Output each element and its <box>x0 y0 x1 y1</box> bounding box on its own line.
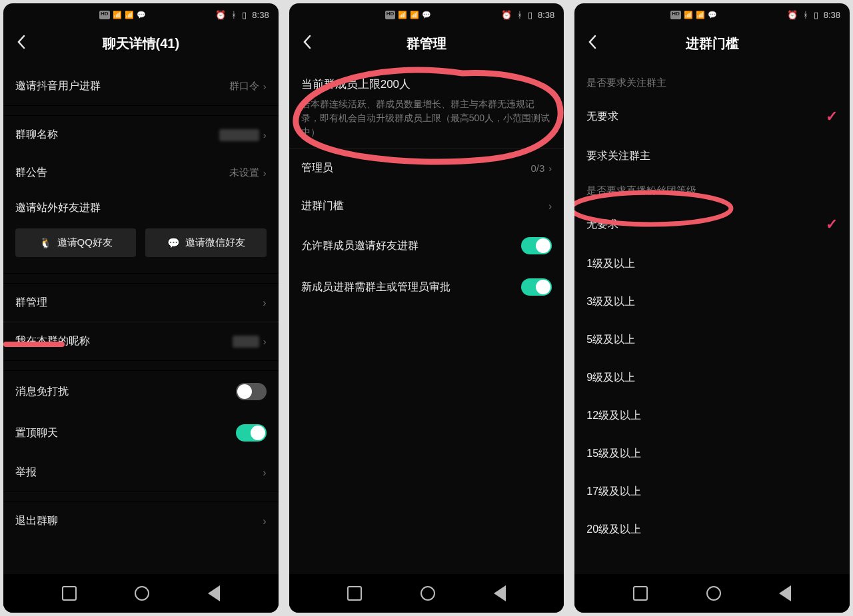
option-level-5[interactable]: 5级及以上 <box>574 321 850 359</box>
alarm-icon: ⏰ <box>501 10 512 20</box>
chevron-right-icon: › <box>263 129 267 141</box>
battery-icon: ▯ <box>528 10 532 20</box>
row-label: 消息免打扰 <box>15 385 69 399</box>
chevron-right-icon: › <box>263 81 267 92</box>
checkmark-icon: ✓ <box>826 216 838 233</box>
battery-icon: ▯ <box>814 10 818 20</box>
row-label: 进群门槛 <box>301 199 344 213</box>
row-mute[interactable]: 消息免打扰 <box>3 371 279 412</box>
wechat-icon: 💬 <box>167 237 180 249</box>
option-label: 5级及以上 <box>586 333 635 347</box>
chevron-right-icon: › <box>263 467 266 479</box>
android-navbar <box>3 574 279 613</box>
row-label: 邀请抖音用户进群 <box>15 79 101 93</box>
row-group-notice[interactable]: 群公告 未设置› <box>3 154 279 192</box>
back-nav-button[interactable] <box>208 585 220 601</box>
home-button[interactable] <box>135 586 149 601</box>
section-follow-owner: 是否要求关注群主 <box>574 67 850 96</box>
back-button[interactable] <box>300 35 315 49</box>
row-group-management[interactable]: 群管理 › <box>3 284 279 322</box>
option-level-15[interactable]: 15级及以上 <box>574 435 850 473</box>
wechat-icon: 💬 <box>137 11 146 19</box>
row-label: 举报 <box>15 465 37 479</box>
row-value: 未设置 <box>229 166 259 179</box>
wechat-icon: 💬 <box>422 11 431 19</box>
option-label: 20级及以上 <box>586 523 641 537</box>
section-invite-ext: 邀请站外好友进群 <box>3 192 279 219</box>
option-level-20[interactable]: 20级及以上 <box>574 511 850 549</box>
row-invite-douyin[interactable]: 邀请抖音用户进群 群口令› <box>3 67 279 105</box>
option-label: 15级及以上 <box>586 447 641 461</box>
signal-icon: 📶 <box>410 11 419 19</box>
approve-toggle[interactable] <box>521 278 552 296</box>
bluetooth-icon: ᚼ <box>517 10 522 20</box>
chevron-right-icon: › <box>263 336 267 347</box>
chevron-right-icon: › <box>548 200 552 212</box>
button-label: 邀请QQ好友 <box>57 236 113 249</box>
pin-toggle[interactable] <box>236 424 267 442</box>
allow-invite-toggle[interactable] <box>521 237 552 254</box>
statusbar: HD 📶 📶 💬 ⏰ ᚼ ▯ 8:38 <box>3 3 279 23</box>
option-level-1[interactable]: 1级及以上 <box>574 245 850 283</box>
option-label: 1级及以上 <box>586 257 635 271</box>
row-group-name[interactable]: 群聊名称 › <box>3 116 279 154</box>
option-level-3[interactable]: 3级及以上 <box>574 283 850 321</box>
row-leave-group[interactable]: 退出群聊 › <box>3 502 279 540</box>
signal-icon: 📶 <box>684 11 693 19</box>
option-label: 无要求 <box>586 218 618 232</box>
button-label: 邀请微信好友 <box>185 236 245 249</box>
invite-wechat-button[interactable]: 💬 邀请微信好友 <box>145 228 266 257</box>
back-button[interactable] <box>14 35 29 49</box>
row-pin[interactable]: 置顶聊天 <box>3 412 279 454</box>
row-threshold[interactable]: 进群门槛 › <box>289 187 564 225</box>
chevron-right-icon: › <box>263 515 266 527</box>
member-limit-info: 当前群成员上限200人 若本群连续活跃、群成员数量增长、群主与本群无违规记录，即… <box>289 67 564 149</box>
row-report[interactable]: 举报 › <box>3 454 279 491</box>
row-allow-invite[interactable]: 允许群成员邀请好友进群 <box>289 225 564 266</box>
header: 群管理 <box>289 23 564 67</box>
option-no-req-follow[interactable]: 无要求 ✓ <box>574 96 850 137</box>
page-title: 聊天详情(41) <box>103 35 180 53</box>
option-label: 17级及以上 <box>586 485 641 499</box>
option-label: 12级及以上 <box>586 409 641 423</box>
signal-icon: 📶 <box>398 11 407 19</box>
chevron-right-icon: › <box>548 162 552 174</box>
page-title: 进群门槛 <box>686 35 739 53</box>
row-value: 0/3 <box>530 162 544 174</box>
option-level-9[interactable]: 9级及以上 <box>574 359 850 397</box>
recents-button[interactable] <box>62 586 77 601</box>
option-level-12[interactable]: 12级及以上 <box>574 397 850 435</box>
home-button[interactable] <box>706 586 721 601</box>
phone-screen-2: HD 📶 📶 💬 ⏰ ᚼ ▯ 8:38 群管理 当前群成员上限200人 若本群连… <box>289 3 564 613</box>
back-button[interactable] <box>585 35 600 49</box>
back-nav-button[interactable] <box>779 585 791 601</box>
qq-icon: 🐧 <box>39 237 52 249</box>
battery-icon: ▯ <box>242 10 247 20</box>
alarm-icon: ⏰ <box>215 10 226 20</box>
info-title: 当前群成员上限200人 <box>301 77 552 92</box>
option-label: 要求关注群主 <box>586 149 650 163</box>
chevron-right-icon: › <box>263 167 267 178</box>
info-desc: 若本群连续活跃、群成员数量增长、群主与本群无违规记录，即有机会自动升级群成员上限… <box>301 97 552 139</box>
invite-qq-button[interactable]: 🐧 邀请QQ好友 <box>15 228 136 257</box>
recents-button[interactable] <box>633 586 648 601</box>
option-label: 3级及以上 <box>586 295 635 309</box>
option-level-17[interactable]: 17级及以上 <box>574 473 850 511</box>
row-admin[interactable]: 管理员 0/3› <box>289 149 564 187</box>
signal-icon: 📶 <box>696 11 705 19</box>
mute-toggle[interactable] <box>236 383 267 400</box>
option-level-0[interactable]: 无要求 ✓ <box>574 204 850 245</box>
chevron-right-icon: › <box>263 297 266 309</box>
option-label: 无要求 <box>586 110 618 124</box>
back-nav-button[interactable] <box>494 585 506 601</box>
row-approve[interactable]: 新成员进群需群主或管理员审批 <box>289 266 564 308</box>
home-button[interactable] <box>421 586 435 601</box>
time-text: 8:38 <box>538 10 554 20</box>
page-title: 群管理 <box>407 35 446 53</box>
bluetooth-icon: ᚼ <box>231 10 237 20</box>
option-req-follow[interactable]: 要求关注群主 <box>574 137 850 175</box>
statusbar: HD 📶 📶 💬 ⏰ ᚼ ▯ 8:38 <box>289 3 564 23</box>
bluetooth-icon: ᚼ <box>803 10 808 20</box>
recents-button[interactable] <box>347 586 362 601</box>
section-fan-level: 是否要求直播粉丝团等级 <box>574 175 850 204</box>
